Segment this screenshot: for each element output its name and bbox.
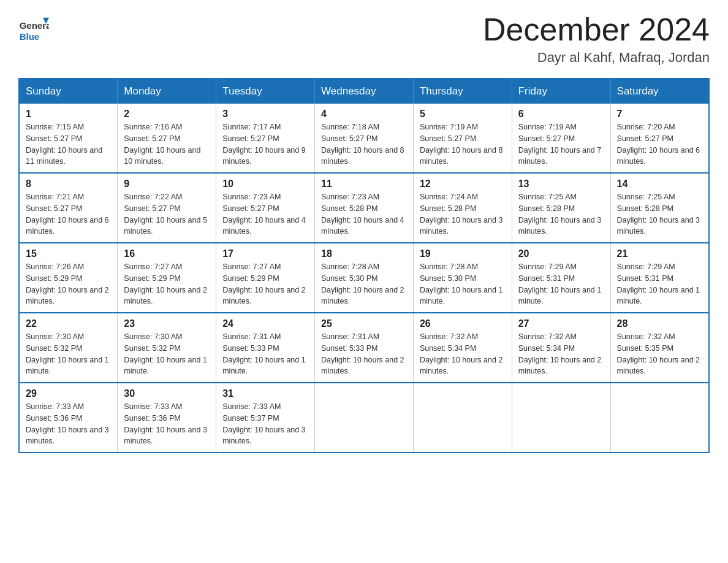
day-info: Sunrise: 7:25 AMSunset: 5:28 PMDaylight:… xyxy=(518,191,604,237)
calendar-cell: 5Sunrise: 7:19 AMSunset: 5:27 PMDaylight… xyxy=(413,104,512,173)
day-number: 22 xyxy=(26,318,111,329)
calendar-cell: 26Sunrise: 7:32 AMSunset: 5:34 PMDayligh… xyxy=(413,313,512,383)
col-header-tuesday: Tuesday xyxy=(216,79,315,104)
day-number: 14 xyxy=(617,178,702,190)
calendar-cell: 17Sunrise: 7:27 AMSunset: 5:29 PMDayligh… xyxy=(216,243,315,313)
week-row-4: 22Sunrise: 7:30 AMSunset: 5:32 PMDayligh… xyxy=(19,313,709,383)
day-info: Sunrise: 7:28 AMSunset: 5:30 PMDaylight:… xyxy=(321,261,407,307)
day-info: Sunrise: 7:23 AMSunset: 5:28 PMDaylight:… xyxy=(321,191,407,237)
calendar-cell xyxy=(610,383,709,453)
col-header-saturday: Saturday xyxy=(610,79,709,104)
day-info: Sunrise: 7:22 AMSunset: 5:27 PMDaylight:… xyxy=(124,191,210,237)
svg-text:Blue: Blue xyxy=(20,31,40,42)
week-row-3: 15Sunrise: 7:26 AMSunset: 5:29 PMDayligh… xyxy=(19,243,709,313)
col-header-thursday: Thursday xyxy=(413,79,512,104)
calendar-cell: 1Sunrise: 7:15 AMSunset: 5:27 PMDaylight… xyxy=(19,104,118,173)
calendar-cell: 2Sunrise: 7:16 AMSunset: 5:27 PMDaylight… xyxy=(118,104,216,173)
calendar-cell: 24Sunrise: 7:31 AMSunset: 5:33 PMDayligh… xyxy=(216,313,315,383)
col-header-sunday: Sunday xyxy=(19,79,118,104)
calendar-cell: 7Sunrise: 7:20 AMSunset: 5:27 PMDaylight… xyxy=(610,104,709,173)
calendar-table: SundayMondayTuesdayWednesdayThursdayFrid… xyxy=(18,78,710,453)
day-info: Sunrise: 7:21 AMSunset: 5:27 PMDaylight:… xyxy=(26,191,111,237)
calendar-cell xyxy=(512,383,610,453)
day-number: 26 xyxy=(420,318,506,329)
logo-icon: General Blue xyxy=(18,12,49,43)
day-info: Sunrise: 7:31 AMSunset: 5:33 PMDaylight:… xyxy=(321,331,407,377)
day-info: Sunrise: 7:23 AMSunset: 5:27 PMDaylight:… xyxy=(222,191,308,237)
day-info: Sunrise: 7:31 AMSunset: 5:33 PMDaylight:… xyxy=(222,331,308,377)
day-number: 27 xyxy=(518,318,604,329)
calendar-cell: 4Sunrise: 7:18 AMSunset: 5:27 PMDaylight… xyxy=(315,104,414,173)
calendar-cell: 31Sunrise: 7:33 AMSunset: 5:37 PMDayligh… xyxy=(216,383,315,453)
calendar-cell: 15Sunrise: 7:26 AMSunset: 5:29 PMDayligh… xyxy=(19,243,118,313)
day-info: Sunrise: 7:29 AMSunset: 5:31 PMDaylight:… xyxy=(518,261,604,307)
calendar-cell: 27Sunrise: 7:32 AMSunset: 5:34 PMDayligh… xyxy=(512,313,610,383)
calendar-cell: 14Sunrise: 7:25 AMSunset: 5:28 PMDayligh… xyxy=(610,173,709,243)
calendar-cell: 23Sunrise: 7:30 AMSunset: 5:32 PMDayligh… xyxy=(118,313,216,383)
day-number: 12 xyxy=(420,178,506,190)
day-number: 15 xyxy=(26,248,111,259)
day-number: 10 xyxy=(222,178,308,190)
day-info: Sunrise: 7:32 AMSunset: 5:34 PMDaylight:… xyxy=(420,331,506,377)
calendar-cell: 12Sunrise: 7:24 AMSunset: 5:28 PMDayligh… xyxy=(413,173,512,243)
day-info: Sunrise: 7:33 AMSunset: 5:37 PMDaylight:… xyxy=(222,401,308,447)
calendar-cell: 16Sunrise: 7:27 AMSunset: 5:29 PMDayligh… xyxy=(118,243,216,313)
calendar-cell: 25Sunrise: 7:31 AMSunset: 5:33 PMDayligh… xyxy=(315,313,414,383)
day-info: Sunrise: 7:19 AMSunset: 5:27 PMDaylight:… xyxy=(420,121,506,167)
calendar-cell: 10Sunrise: 7:23 AMSunset: 5:27 PMDayligh… xyxy=(216,173,315,243)
day-info: Sunrise: 7:32 AMSunset: 5:35 PMDaylight:… xyxy=(617,331,702,377)
day-number: 24 xyxy=(222,318,308,329)
day-info: Sunrise: 7:16 AMSunset: 5:27 PMDaylight:… xyxy=(124,121,210,167)
day-number: 6 xyxy=(518,109,604,120)
day-number: 17 xyxy=(222,248,308,259)
day-number: 29 xyxy=(26,388,111,399)
day-number: 23 xyxy=(124,318,210,329)
col-header-monday: Monday xyxy=(118,79,216,104)
month-title: December 2024 xyxy=(483,12,710,47)
calendar-cell xyxy=(413,383,512,453)
day-info: Sunrise: 7:15 AMSunset: 5:27 PMDaylight:… xyxy=(26,121,111,167)
day-number: 2 xyxy=(124,109,210,120)
day-number: 30 xyxy=(124,388,210,399)
svg-text:General: General xyxy=(20,20,49,31)
calendar-cell: 11Sunrise: 7:23 AMSunset: 5:28 PMDayligh… xyxy=(315,173,414,243)
calendar-cell: 13Sunrise: 7:25 AMSunset: 5:28 PMDayligh… xyxy=(512,173,610,243)
day-number: 25 xyxy=(321,318,407,329)
day-number: 8 xyxy=(26,178,111,190)
title-area: December 2024 Dayr al Kahf, Mafraq, Jord… xyxy=(483,12,710,66)
day-number: 3 xyxy=(222,109,308,120)
day-number: 5 xyxy=(420,109,506,120)
day-number: 21 xyxy=(617,248,702,259)
day-info: Sunrise: 7:25 AMSunset: 5:28 PMDaylight:… xyxy=(617,191,702,237)
header: General Blue December 2024 Dayr al Kahf,… xyxy=(18,12,710,66)
calendar-header-row: SundayMondayTuesdayWednesdayThursdayFrid… xyxy=(19,79,709,104)
day-number: 16 xyxy=(124,248,210,259)
calendar-cell: 29Sunrise: 7:33 AMSunset: 5:36 PMDayligh… xyxy=(19,383,118,453)
logo: General Blue xyxy=(18,12,49,43)
day-number: 18 xyxy=(321,248,407,259)
day-info: Sunrise: 7:33 AMSunset: 5:36 PMDaylight:… xyxy=(26,401,111,447)
day-info: Sunrise: 7:32 AMSunset: 5:34 PMDaylight:… xyxy=(518,331,604,377)
day-number: 1 xyxy=(26,109,111,120)
day-info: Sunrise: 7:17 AMSunset: 5:27 PMDaylight:… xyxy=(222,121,308,167)
calendar-cell: 3Sunrise: 7:17 AMSunset: 5:27 PMDaylight… xyxy=(216,104,315,173)
col-header-friday: Friday xyxy=(512,79,610,104)
day-number: 4 xyxy=(321,109,407,120)
day-info: Sunrise: 7:27 AMSunset: 5:29 PMDaylight:… xyxy=(222,261,308,307)
day-number: 31 xyxy=(222,388,308,399)
calendar-cell: 22Sunrise: 7:30 AMSunset: 5:32 PMDayligh… xyxy=(19,313,118,383)
calendar-cell: 21Sunrise: 7:29 AMSunset: 5:31 PMDayligh… xyxy=(610,243,709,313)
day-info: Sunrise: 7:24 AMSunset: 5:28 PMDaylight:… xyxy=(420,191,506,237)
week-row-1: 1Sunrise: 7:15 AMSunset: 5:27 PMDaylight… xyxy=(19,104,709,173)
day-info: Sunrise: 7:20 AMSunset: 5:27 PMDaylight:… xyxy=(617,121,702,167)
calendar-cell: 20Sunrise: 7:29 AMSunset: 5:31 PMDayligh… xyxy=(512,243,610,313)
calendar-cell: 8Sunrise: 7:21 AMSunset: 5:27 PMDaylight… xyxy=(19,173,118,243)
day-number: 13 xyxy=(518,178,604,190)
day-number: 19 xyxy=(420,248,506,259)
calendar-cell: 30Sunrise: 7:33 AMSunset: 5:36 PMDayligh… xyxy=(118,383,216,453)
day-number: 9 xyxy=(124,178,210,190)
day-info: Sunrise: 7:28 AMSunset: 5:30 PMDaylight:… xyxy=(420,261,506,307)
day-info: Sunrise: 7:29 AMSunset: 5:31 PMDaylight:… xyxy=(617,261,702,307)
calendar-cell: 18Sunrise: 7:28 AMSunset: 5:30 PMDayligh… xyxy=(315,243,414,313)
calendar-cell: 28Sunrise: 7:32 AMSunset: 5:35 PMDayligh… xyxy=(610,313,709,383)
